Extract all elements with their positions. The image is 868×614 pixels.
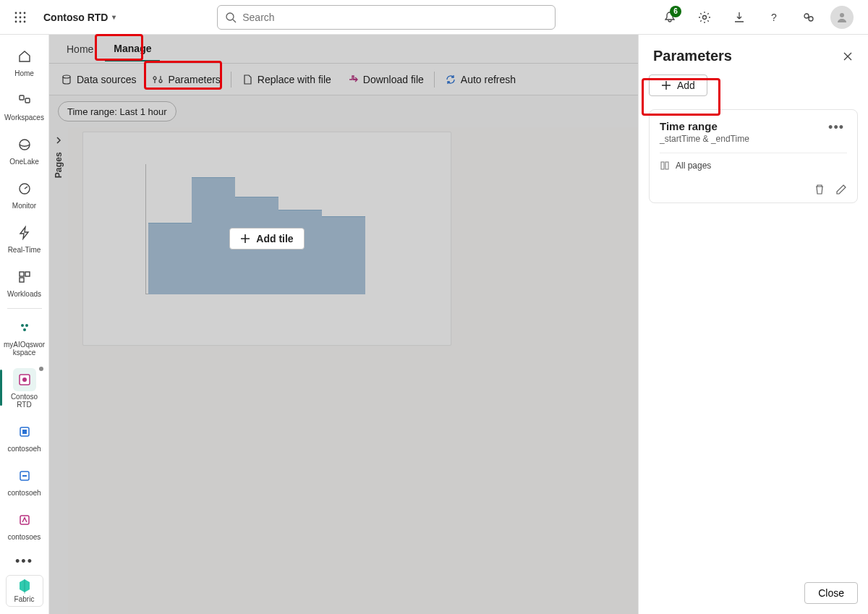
svg-rect-36 <box>665 162 668 169</box>
svg-point-2 <box>24 12 26 14</box>
svg-point-32 <box>63 75 70 78</box>
home-icon <box>13 45 36 68</box>
rail-realtime[interactable]: Real-Time <box>3 217 46 257</box>
pages-icon <box>660 161 670 171</box>
file-icon <box>242 74 253 85</box>
workspaces-icon <box>13 89 36 112</box>
rail-workspaces[interactable]: Workspaces <box>3 85 46 124</box>
svg-point-8 <box>24 20 26 22</box>
add-parameter-button[interactable]: Add <box>649 74 707 96</box>
close-icon[interactable] <box>842 51 854 62</box>
workloads-icon <box>13 265 36 289</box>
parameter-subtitle: _startTime & _endTime <box>660 134 749 144</box>
close-panel-button[interactable]: Close <box>804 582 858 604</box>
edit-parameter-icon[interactable] <box>835 184 847 195</box>
auto-refresh-button[interactable]: Auto refresh <box>438 69 523 90</box>
parameters-button[interactable]: Parameters <box>145 69 227 90</box>
tab-manage[interactable]: Manage <box>105 37 160 61</box>
main-area: Home Manage Data sources Parameters Repl… <box>49 35 638 614</box>
search-input-wrap[interactable] <box>217 5 556 30</box>
parameter-name: Time range <box>660 120 749 132</box>
top-icons: 6 ? <box>648 4 862 30</box>
filters-row: Time range: Last 1 hour <box>49 95 638 127</box>
rail-divider <box>7 308 42 309</box>
svg-point-18 <box>20 140 30 150</box>
pages-expand-icon[interactable] <box>51 133 66 148</box>
svg-rect-29 <box>22 430 27 434</box>
feedback-icon[interactable] <box>796 4 822 30</box>
tab-home[interactable]: Home <box>58 38 102 61</box>
avatar[interactable] <box>830 6 854 29</box>
svg-rect-17 <box>25 98 30 103</box>
export-icon <box>347 74 359 85</box>
status-dot-icon <box>39 367 43 371</box>
rail-home[interactable]: Home <box>3 40 46 80</box>
download-icon[interactable] <box>726 4 752 30</box>
chart-bar-3 <box>278 210 322 294</box>
parameters-panel: Parameters Add Time range _startTime & _… <box>638 35 868 614</box>
search-input[interactable] <box>242 12 548 23</box>
parameters-icon <box>152 74 163 85</box>
plus-icon <box>240 234 250 244</box>
svg-rect-35 <box>661 162 664 169</box>
settings-icon[interactable] <box>692 4 718 30</box>
svg-rect-22 <box>20 278 24 282</box>
svg-point-7 <box>20 20 22 22</box>
time-range-chip[interactable]: Time range: Last 1 hour <box>58 101 176 121</box>
rail-contosoeh-2[interactable]: contosoeh <box>3 460 46 500</box>
chart-bar-0 <box>148 223 192 294</box>
onelake-icon <box>13 133 36 156</box>
parameter-scope: All pages <box>660 161 847 171</box>
manage-toolbar: Data sources Parameters Replace with fil… <box>49 64 638 95</box>
delete-parameter-icon[interactable] <box>814 184 825 195</box>
svg-point-0 <box>15 12 17 14</box>
svg-rect-16 <box>20 95 24 100</box>
svg-point-13 <box>804 14 809 18</box>
add-tile-button[interactable]: Add tile <box>229 228 304 250</box>
notifications-icon[interactable]: 6 <box>657 4 683 30</box>
realtime-icon <box>13 221 36 244</box>
dashboard-icon <box>13 368 36 391</box>
svg-point-6 <box>15 20 17 22</box>
plus-icon <box>661 80 671 90</box>
download-file-button[interactable]: Download file <box>340 69 431 90</box>
svg-point-33 <box>153 77 156 80</box>
datasource-icon <box>61 74 72 85</box>
svg-point-15 <box>840 13 844 17</box>
replace-file-button[interactable]: Replace with file <box>234 69 339 90</box>
svg-rect-21 <box>25 272 30 276</box>
rail-workloads[interactable]: Workloads <box>3 261 46 301</box>
svg-point-9 <box>226 13 234 20</box>
data-sources-button[interactable]: Data sources <box>54 69 143 90</box>
fabric-switcher[interactable]: Fabric <box>6 575 43 607</box>
parameter-card-timerange: Time range _startTime & _endTime ••• All… <box>649 109 858 203</box>
rail-contosoes[interactable]: contosoes <box>3 504 46 544</box>
svg-point-25 <box>23 328 26 331</box>
panel-title: Parameters <box>653 48 732 64</box>
dashboard-canvas: Add tile <box>68 127 638 614</box>
notification-badge: 6 <box>670 6 681 17</box>
top-bar: Contoso RTD ▾ 6 ? <box>0 0 868 35</box>
svg-point-3 <box>15 16 17 18</box>
svg-point-23 <box>21 324 24 327</box>
rail-monitor[interactable]: Monitor <box>3 173 46 213</box>
svg-point-14 <box>809 17 813 21</box>
rail-contosoeh-1[interactable]: contosoeh <box>3 416 46 456</box>
search-icon <box>225 12 237 23</box>
svg-text:?: ? <box>771 12 777 23</box>
fabric-icon <box>17 578 33 594</box>
chart-bar-1 <box>192 177 235 294</box>
svg-point-24 <box>25 324 28 327</box>
rail-myworkspace[interactable]: myAIOqsworkspace <box>3 312 46 359</box>
app-launcher-icon[interactable] <box>6 3 35 32</box>
eventhouse-icon <box>13 420 36 443</box>
rail-contoso-rtd[interactable]: Contoso RTD <box>3 364 46 412</box>
rail-onelake[interactable]: OneLake <box>3 129 46 169</box>
help-icon[interactable]: ? <box>761 4 787 30</box>
workspace-picker[interactable]: Contoso RTD ▾ <box>35 0 124 34</box>
chart-bar-4 <box>322 216 365 294</box>
parameter-more-icon[interactable]: ••• <box>825 120 847 135</box>
svg-point-1 <box>20 12 22 14</box>
workspace-custom-icon <box>13 316 36 339</box>
rail-more-icon[interactable]: ••• <box>9 548 39 575</box>
